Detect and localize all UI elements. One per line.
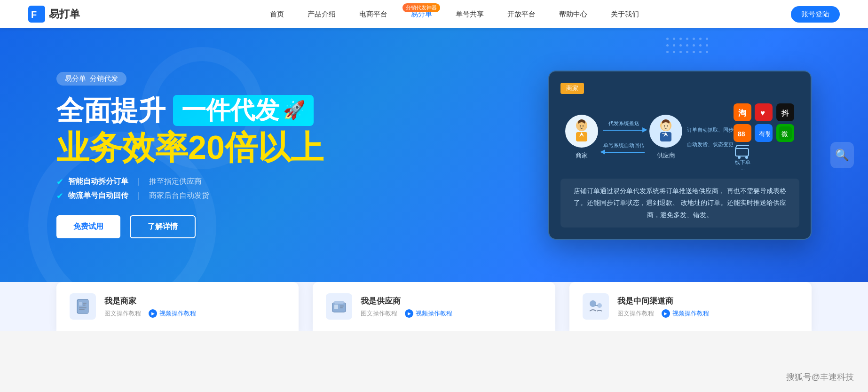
svg-text:抖: 抖 xyxy=(781,109,789,117)
supplier-text-link[interactable]: 图文操作教程 xyxy=(361,309,397,318)
svg-point-46 xyxy=(597,303,602,308)
nav-item-ecommerce[interactable]: 电商平台 xyxy=(359,10,387,19)
nav-item-about[interactable]: 关于我们 xyxy=(611,10,639,19)
hero-title-line2: 业务效率20倍以上 xyxy=(56,128,520,167)
svg-rect-33 xyxy=(77,299,88,314)
supplier-name: 供应商 xyxy=(657,151,675,160)
nav-item-product[interactable]: 产品介绍 xyxy=(308,10,336,19)
dot xyxy=(679,51,682,53)
supplier-video-link[interactable]: ▶ 视频操作教程 xyxy=(405,309,452,318)
app-icons-grid: 淘 ♥ 抖 xyxy=(734,103,795,171)
dot xyxy=(699,51,702,53)
role-info-supplier: 我是供应商 图文操作教程 ▶ 视频操作教程 xyxy=(361,296,452,318)
free-trial-button[interactable]: 免费试用 xyxy=(56,215,120,238)
dot xyxy=(686,38,688,40)
svg-text:88: 88 xyxy=(738,130,745,138)
arrow3-label: 订单自动抓取、同步 xyxy=(687,126,734,133)
svg-rect-38 xyxy=(79,307,87,308)
arrow-line-1 xyxy=(603,130,645,131)
hero-features: ✔ 智能自动拆分订单 ｜ 推至指定供应商 ✔ 物流单号自动回传 ｜ 商家后台自动… xyxy=(56,177,520,201)
play-icon-supplier: ▶ xyxy=(405,309,413,318)
side-floating-button[interactable]: 🔍 xyxy=(830,142,854,168)
logo-text: 易打单 xyxy=(49,7,80,21)
hero-title-line1: 全面提升 一件代发 🚀 xyxy=(56,95,520,125)
svg-point-5 xyxy=(577,122,586,131)
supplier-figure: 供应商 xyxy=(649,115,682,160)
hero-highlight: 一件代发 🚀 xyxy=(173,95,314,125)
role-info-merchant: 我是商家 图文操作教程 ▶ 视频操作教程 xyxy=(104,296,196,318)
svg-text:微: 微 xyxy=(781,130,788,138)
dot xyxy=(673,44,675,47)
svg-rect-44 xyxy=(340,307,343,308)
merchant-avatar xyxy=(565,115,598,148)
dot xyxy=(693,51,695,53)
merchant-text-link[interactable]: 图文操作教程 xyxy=(104,309,141,318)
svg-point-45 xyxy=(590,300,596,307)
svg-rect-36 xyxy=(83,303,87,304)
svg-rect-35 xyxy=(79,302,82,306)
svg-rect-42 xyxy=(334,305,338,309)
dot xyxy=(673,38,675,40)
rocket-icon: 🚀 xyxy=(283,101,305,120)
learn-more-button[interactable]: 了解详情 xyxy=(130,215,196,238)
kaola-icon: 88 xyxy=(734,124,751,142)
dot xyxy=(673,51,675,53)
dot xyxy=(666,51,669,53)
merchant-figure: 商家 xyxy=(565,115,598,160)
role-icon-channel xyxy=(583,293,609,320)
offline-cart: 线下单 ... xyxy=(734,145,752,171)
diagram-label: 商家 xyxy=(560,83,584,94)
svg-rect-41 xyxy=(334,301,344,304)
role-card-supplier: 我是供应商 图文操作教程 ▶ 视频操作教程 xyxy=(313,282,555,331)
nav-item-home[interactable]: 首页 xyxy=(270,10,284,19)
dot xyxy=(699,38,702,40)
merchant-name: 商家 xyxy=(576,151,588,160)
nav-item-help[interactable]: 帮助中心 xyxy=(559,10,587,19)
right-flow-labels: 订单自动抓取、同步 自动发货、状态变更 xyxy=(682,126,734,148)
heart-icon: ♥ xyxy=(755,103,773,121)
svg-text:♥: ♥ xyxy=(760,109,765,118)
svg-point-7 xyxy=(583,125,584,126)
nav-badge: 分销代发神器 xyxy=(402,3,440,12)
dot xyxy=(699,44,702,47)
nav-item-open[interactable]: 开放平台 xyxy=(507,10,536,19)
play-icon-merchant: ▶ xyxy=(149,309,157,318)
channel-links: 图文操作教程 ▶ 视频操作教程 xyxy=(617,309,709,318)
role-card-merchant: 我是商家 图文操作教程 ▶ 视频操作教程 xyxy=(56,282,299,331)
logo-icon: F xyxy=(28,6,45,23)
navbar: F 易打单 首页 产品介绍 电商平台 分销代发神器 易分单 单号共享 开放平台 … xyxy=(0,0,868,28)
hero-dots-decoration xyxy=(666,38,708,53)
hero-tag: 易分单_分销代发 xyxy=(56,72,126,86)
nav-item-yifendan[interactable]: 分销代发神器 易分单 xyxy=(411,10,432,19)
taobao-icon: 淘 xyxy=(734,103,751,121)
arrow-line-2 xyxy=(603,152,645,153)
check-icon-2: ✔ xyxy=(56,191,63,201)
supplier-role-title: 我是供应商 xyxy=(361,296,452,306)
arrow4-label: 自动发货、状态变更 xyxy=(687,141,734,148)
dot xyxy=(666,38,669,40)
channel-role-title: 我是中间渠道商 xyxy=(617,296,709,306)
dot xyxy=(706,44,708,47)
channel-video-link[interactable]: ▶ 视频操作教程 xyxy=(662,309,709,318)
dot xyxy=(679,38,682,40)
hero-left: 易分单_分销代发 全面提升 一件代发 🚀 业务效率20倍以上 ✔ 智能自动拆分订… xyxy=(56,72,520,238)
role-card-channel: 我是中间渠道商 图文操作教程 ▶ 视频操作教程 xyxy=(569,282,812,331)
check-icon-1: ✔ xyxy=(56,177,63,187)
diagram-desc-text: 店铺订单通过易分单代发系统将订单推送给供应商， 再也不需要导成表格了。还能同步订… xyxy=(568,185,792,221)
role-cards-section: 我是商家 图文操作教程 ▶ 视频操作教程 我是供应商 图文操 xyxy=(0,282,868,331)
svg-point-14 xyxy=(667,125,668,126)
logo[interactable]: F 易打单 xyxy=(28,6,80,23)
role-icon-supplier xyxy=(326,293,352,320)
login-button[interactable]: 账号登陆 xyxy=(791,6,840,23)
supplier-avatar xyxy=(649,115,682,148)
svg-rect-17 xyxy=(662,133,665,134)
dot xyxy=(679,44,682,47)
merchant-links: 图文操作教程 ▶ 视频操作教程 xyxy=(104,309,196,318)
merchant-role-title: 我是商家 xyxy=(104,296,196,306)
hero-feature-1: ✔ 智能自动拆分订单 ｜ 推至指定供应商 xyxy=(56,177,520,187)
nav-links: 首页 产品介绍 电商平台 分销代发神器 易分单 单号共享 开放平台 帮助中心 关… xyxy=(118,10,791,19)
nav-item-share[interactable]: 单号共享 xyxy=(456,10,484,19)
channel-text-link[interactable]: 图文操作教程 xyxy=(617,309,654,318)
svg-rect-39 xyxy=(79,309,85,310)
merchant-video-link[interactable]: ▶ 视频操作教程 xyxy=(149,309,196,318)
